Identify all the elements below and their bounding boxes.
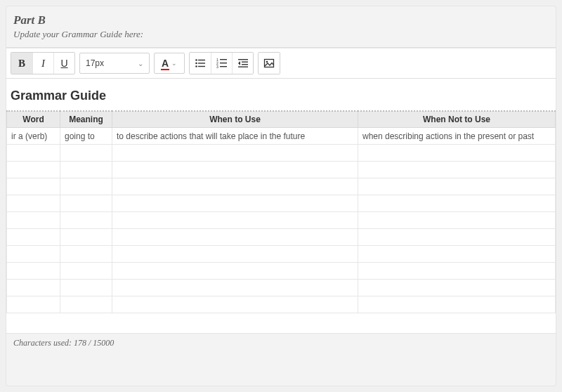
character-count: Characters used: 178 / 15000 [6,334,556,348]
table-row[interactable] [7,263,556,280]
font-size-value: 17px [86,58,104,68]
cell-meaning[interactable] [60,162,112,178]
cell-notuse[interactable] [358,296,556,313]
svg-rect-7 [220,59,227,60]
cell-notuse[interactable] [358,212,556,229]
italic-button[interactable]: I [32,53,53,74]
editor-panel: Part B Update your Grammar Guide here: B… [6,6,556,386]
bold-button[interactable]: B [11,53,32,74]
table-row[interactable] [7,212,556,229]
cell-notuse[interactable] [358,280,556,296]
cell-word[interactable] [7,296,60,313]
cell-notuse[interactable] [358,229,556,246]
cell-word[interactable]: ir a (verb) [7,128,60,145]
cell-word[interactable] [7,195,60,212]
cell-word[interactable] [7,178,60,195]
outdent-button[interactable] [232,53,253,74]
image-button[interactable] [259,53,280,74]
svg-rect-13 [242,62,248,63]
cell-notuse[interactable]: when describing actions in the present o… [358,128,556,145]
table-row[interactable]: ir a (verb)going toto describe actions t… [7,128,556,145]
cell-use[interactable] [112,246,358,263]
panel-header: Part B Update your Grammar Guide here: [6,13,556,40]
grammar-table[interactable]: Word Meaning When to Use When Not to Use… [6,110,556,313]
svg-rect-12 [238,59,248,60]
table-row[interactable] [7,229,556,246]
table-row[interactable] [7,145,556,162]
cell-notuse[interactable] [358,263,556,280]
cell-word[interactable] [7,280,60,296]
panel-subtitle: Update your Grammar Guide here: [13,29,549,40]
table-row[interactable] [7,296,556,313]
font-size-select[interactable]: 17px ⌄ [79,53,150,74]
style-group: B I U [11,52,75,74]
svg-point-18 [266,61,268,63]
col-use-header: When to Use [112,111,358,128]
svg-marker-16 [238,61,240,65]
cell-meaning[interactable] [60,280,112,296]
cell-word[interactable] [7,229,60,246]
cell-use[interactable] [112,178,358,195]
media-group [258,52,280,74]
text-color-button[interactable]: A ⌄ [154,53,185,74]
cell-meaning[interactable] [60,229,112,246]
table-row[interactable] [7,246,556,263]
table-row[interactable] [7,280,556,296]
text-color-icon: A [162,58,169,69]
grammar-guide-title: Grammar Guide [6,86,556,110]
svg-point-2 [195,63,197,65]
bold-icon: B [18,58,25,70]
cell-notuse[interactable] [358,195,556,212]
cell-notuse[interactable] [358,145,556,162]
cell-meaning[interactable] [60,296,112,313]
svg-point-4 [195,65,197,67]
cell-word[interactable] [7,246,60,263]
cell-notuse[interactable] [358,178,556,195]
cell-notuse[interactable] [358,246,556,263]
cell-meaning[interactable]: going to [60,128,112,145]
numbered-list-button[interactable]: 1 2 3 [211,53,232,74]
italic-icon: I [41,58,45,70]
list-group: 1 2 3 [189,52,254,74]
underline-button[interactable]: U [53,53,74,74]
table-row[interactable] [7,162,556,178]
cell-use[interactable] [112,280,358,296]
table-row[interactable] [7,195,556,212]
cell-use[interactable] [112,212,358,229]
cell-use[interactable] [112,145,358,162]
cell-meaning[interactable] [60,145,112,162]
cell-word[interactable] [7,145,60,162]
svg-rect-14 [242,64,248,65]
outdent-icon [237,58,249,69]
rich-text-toolbar: B I U 17px ⌄ A ⌄ 1 2 [6,48,556,79]
cell-meaning[interactable] [60,212,112,229]
editor-content[interactable]: Grammar Guide Word Meaning When to Use W… [6,79,556,334]
svg-rect-1 [198,60,205,60]
table-header-row: Word Meaning When to Use When Not to Use [7,111,556,128]
cell-notuse[interactable] [358,162,556,178]
bullet-list-icon [195,58,206,69]
cell-use[interactable] [112,263,358,280]
svg-rect-9 [220,63,227,63]
cell-meaning[interactable] [60,246,112,263]
cell-word[interactable] [7,162,60,178]
cell-use[interactable]: to describe actions that will take place… [112,128,358,145]
svg-text:3: 3 [216,65,218,69]
col-notuse-header: When Not to Use [358,111,556,128]
cell-word[interactable] [7,212,60,229]
cell-word[interactable] [7,263,60,280]
svg-rect-15 [238,67,248,67]
cell-use[interactable] [112,162,358,178]
cell-use[interactable] [112,195,358,212]
cell-meaning[interactable] [60,178,112,195]
cell-use[interactable] [112,229,358,246]
bullet-list-button[interactable] [190,53,211,74]
image-icon [263,58,275,69]
cell-meaning[interactable] [60,195,112,212]
cell-use[interactable] [112,296,358,313]
cell-meaning[interactable] [60,263,112,280]
svg-rect-11 [220,66,227,67]
col-word-header: Word [7,111,60,128]
table-row[interactable] [7,178,556,195]
part-title: Part B [13,13,549,27]
